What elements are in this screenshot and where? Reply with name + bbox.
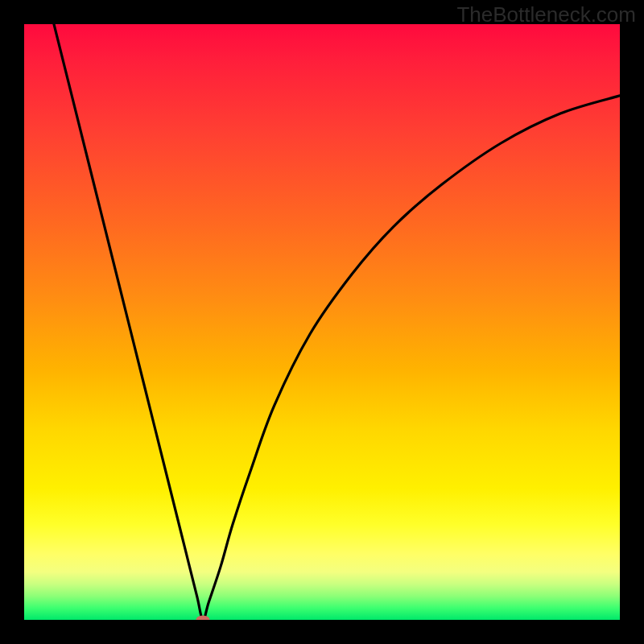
chart-frame: TheBottleneck.com	[0, 0, 644, 644]
bottleneck-curve	[54, 24, 620, 620]
watermark-text: TheBottleneck.com	[456, 2, 636, 27]
curve-svg	[24, 24, 620, 620]
plot-area	[24, 24, 620, 620]
optimal-point-marker	[196, 616, 210, 621]
